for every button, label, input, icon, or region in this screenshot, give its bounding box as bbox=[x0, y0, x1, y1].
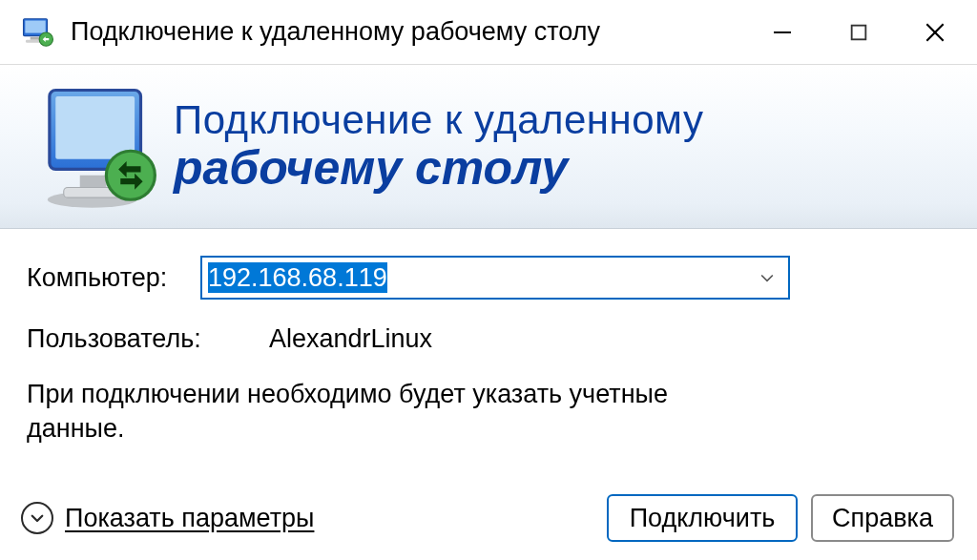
connect-button[interactable]: Подключить bbox=[607, 494, 798, 542]
credentials-hint: При подключении необходимо будет указать… bbox=[25, 377, 769, 446]
computer-label: Компьютер: bbox=[25, 263, 216, 293]
svg-point-14 bbox=[106, 151, 155, 199]
combobox-chevron-icon[interactable] bbox=[746, 258, 788, 298]
titlebar[interactable]: Подключение к удаленному рабочему столу bbox=[0, 0, 977, 65]
show-options-label: Показать параметры bbox=[65, 504, 314, 533]
banner-line-1: Подключение к удаленному bbox=[174, 99, 703, 141]
banner: Подключение к удаленному рабочему столу bbox=[0, 65, 977, 229]
user-label: Пользователь: bbox=[25, 324, 235, 354]
maximize-button[interactable] bbox=[821, 5, 897, 60]
dialog-body: Компьютер: 192.168.68.119 Пользователь: … bbox=[0, 229, 977, 476]
user-row: Пользователь: AlexandrLinux bbox=[25, 324, 945, 354]
window-controls bbox=[744, 5, 973, 60]
computer-combobox[interactable]: 192.168.68.119 bbox=[200, 256, 790, 300]
window-title: Подключение к удаленному рабочему столу bbox=[71, 17, 744, 47]
banner-text: Подключение к удаленному рабочему столу bbox=[174, 99, 703, 194]
minimize-button[interactable] bbox=[744, 5, 821, 60]
computer-row: Компьютер: 192.168.68.119 bbox=[25, 256, 945, 300]
rdp-large-icon bbox=[32, 79, 168, 215]
help-button[interactable]: Справка bbox=[811, 494, 954, 542]
computer-value[interactable]: 192.168.68.119 bbox=[202, 263, 746, 293]
user-value: AlexandrLinux bbox=[269, 324, 432, 354]
rdp-window: Подключение к удаленному рабочему столу bbox=[0, 0, 977, 560]
footer: Показать параметры Подключить Справка bbox=[0, 476, 977, 560]
banner-line-2: рабочему столу bbox=[174, 143, 703, 194]
chevron-down-icon bbox=[21, 502, 53, 534]
show-options-toggle[interactable]: Показать параметры bbox=[21, 502, 314, 534]
svg-rect-13 bbox=[55, 95, 135, 158]
svg-rect-1 bbox=[25, 20, 45, 32]
rdp-app-icon bbox=[19, 13, 57, 52]
svg-rect-6 bbox=[852, 25, 866, 39]
close-button[interactable] bbox=[897, 5, 973, 60]
